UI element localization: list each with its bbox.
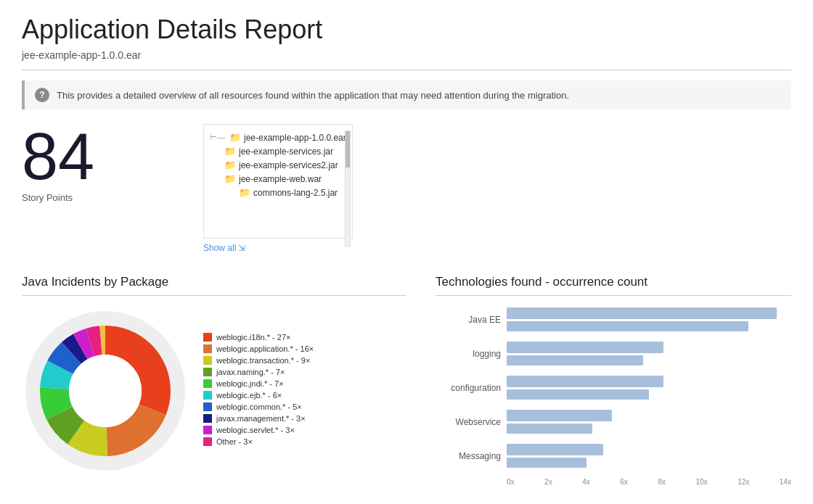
x-axis-label: 14x (780, 478, 791, 486)
bar-container (507, 342, 791, 365)
tree-item: 📁 commons-lang-2.5.jar (210, 186, 346, 199)
x-axis-label: 8x (658, 478, 666, 486)
legend-item: weblogic.jndi.* - 7× (203, 379, 314, 388)
bar-label: configuration (436, 383, 501, 393)
show-all-icon: ⇲ (238, 243, 245, 253)
x-axis-label: 0x (507, 478, 515, 486)
bar-label: Messaging (436, 451, 501, 461)
scrollbar-thumb[interactable] (346, 131, 350, 168)
tech-title: Technologies found - occurrence count (436, 275, 791, 296)
donut-svg (22, 307, 189, 474)
story-points-value: 84 (22, 124, 94, 189)
bar-label: logging (436, 349, 501, 359)
x-axis-label: 2x (544, 478, 552, 486)
legend-item: weblogic.i18n.* - 27× (203, 333, 314, 342)
tree-item: 📁 jee-example-web.war (210, 172, 346, 186)
tech-section: Technologies found - occurrence count Ja… (436, 275, 791, 486)
info-icon: ? (35, 88, 49, 102)
file-tree-container: ⊢— 📁 jee-example-app-1.0.0.ear 📁 jee-exa… (203, 124, 353, 239)
bar (507, 307, 777, 319)
legend-label: weblogic.i18n.* - 27× (216, 333, 290, 342)
legend-color (203, 356, 212, 365)
legend-item: weblogic.common.* - 5× (203, 402, 314, 411)
legend-label: weblogic.common.* - 5× (216, 402, 302, 411)
show-all-link[interactable]: Show all ⇲ (203, 243, 245, 253)
tree-item-label: jee-example-services2.jar (239, 160, 338, 170)
legend-item: Other - 3× (203, 437, 314, 446)
legend-item: weblogic.application.* - 16× (203, 344, 314, 353)
scrollbar[interactable] (345, 131, 351, 247)
tree-item: 📁 jee-example-services.jar (210, 144, 346, 158)
legend-item: javax.management.* - 3× (203, 414, 314, 423)
bar-row: logging (436, 342, 791, 365)
bar (507, 376, 663, 387)
legend-label: weblogic.jndi.* - 7× (216, 379, 284, 388)
bar (507, 389, 649, 400)
story-points-section: 84 Story Points (22, 124, 116, 253)
legend-color (203, 437, 212, 446)
page-title: Application Details Report (22, 15, 791, 45)
tree-item-label: jee-example-web.war (239, 174, 322, 184)
svg-point-12 (69, 355, 142, 427)
java-incidents-title: Java Incidents by Package (22, 275, 406, 296)
tree-connector: ⊢— (210, 133, 225, 142)
legend: weblogic.i18n.* - 27× weblogic.applicati… (203, 333, 314, 449)
bar (507, 410, 612, 421)
legend-color (203, 414, 212, 423)
bar (507, 342, 663, 353)
jar-icon: 📁 (224, 160, 236, 170)
legend-item: javax.naming.* - 7× (203, 368, 314, 376)
x-axis-label: 12x (738, 478, 749, 486)
legend-label: weblogic.ejb.* - 6× (216, 391, 282, 400)
legend-color (203, 368, 212, 376)
app-subtitle: jee-example-app-1.0.0.ear (22, 49, 791, 70)
bar-container (507, 410, 791, 434)
jar-icon: 📁 (224, 146, 236, 157)
legend-item: weblogic.servlet.* - 3× (203, 426, 314, 434)
bar-row: Webservice (436, 410, 791, 434)
legend-color (203, 402, 212, 411)
bar-row: Messaging (436, 444, 791, 468)
bar-chart: Java EE logging configuration (436, 307, 791, 468)
bar-container (507, 376, 791, 400)
bar (507, 444, 603, 455)
tree-item-label: jee-example-services.jar (239, 146, 333, 157)
legend-item: weblogic.transaction.* - 9× (203, 356, 314, 365)
folder-icon: 📁 (229, 132, 241, 143)
legend-color (203, 426, 212, 434)
bar-container (507, 307, 791, 331)
bar (507, 458, 587, 468)
legend-label: javax.management.* - 3× (216, 414, 306, 423)
bar (507, 355, 643, 365)
story-points-label: Story Points (22, 192, 73, 203)
x-axis: 0x 2x 4x 6x 8x 10x 12x 14x (436, 478, 791, 486)
folder-icon: 📁 (224, 173, 236, 184)
show-all-label: Show all (203, 243, 236, 253)
legend-label: Other - 3× (216, 437, 253, 446)
legend-color (203, 333, 212, 342)
info-box: ? This provides a detailed overview of a… (22, 80, 791, 110)
tree-item-label: jee-example-app-1.0.0.ear (244, 133, 346, 143)
legend-label: weblogic.servlet.* - 3× (216, 426, 295, 434)
file-tree: ⊢— 📁 jee-example-app-1.0.0.ear 📁 jee-exa… (210, 131, 346, 232)
info-text: This provides a detailed overview of all… (57, 90, 569, 101)
legend-color (203, 379, 212, 388)
legend-color (203, 344, 212, 353)
bar-container (507, 444, 791, 468)
x-axis-label: 4x (582, 478, 590, 486)
java-incidents-section: Java Incidents by Package (22, 275, 406, 486)
bar-row: Java EE (436, 307, 791, 331)
bar-label: Webservice (436, 417, 501, 427)
tree-item-label: commons-lang-2.5.jar (253, 188, 338, 198)
bar-row: configuration (436, 376, 791, 400)
legend-label: javax.naming.* - 7× (216, 368, 285, 376)
x-axis-label: 10x (695, 478, 707, 486)
x-axis-label: 6x (620, 478, 628, 486)
tree-item: 📁 jee-example-services2.jar (210, 158, 346, 172)
legend-color (203, 391, 212, 400)
chart-area: weblogic.i18n.* - 27× weblogic.applicati… (22, 307, 406, 474)
bar (507, 321, 748, 331)
bar-label: Java EE (436, 315, 501, 325)
legend-label: weblogic.application.* - 16× (216, 344, 314, 353)
legend-item: weblogic.ejb.* - 6× (203, 391, 314, 400)
